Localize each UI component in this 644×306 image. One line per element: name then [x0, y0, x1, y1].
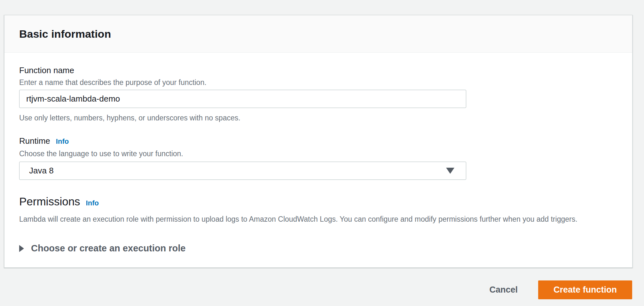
- card-body: Function name Enter a name that describe…: [4, 65, 632, 254]
- function-name-label: Function name: [19, 65, 617, 76]
- runtime-field: Runtime Info Choose the language to use …: [19, 135, 617, 180]
- function-name-label-text: Function name: [19, 65, 74, 76]
- permissions-title: Permissions: [19, 195, 80, 208]
- function-name-input[interactable]: [19, 90, 466, 108]
- basic-information-card: Basic information Function name Enter a …: [4, 15, 632, 268]
- footer-actions: Cancel Create function: [489, 280, 632, 299]
- runtime-info-link[interactable]: Info: [56, 136, 69, 147]
- caret-down-icon: [446, 168, 454, 174]
- create-function-page: Basic information Function name Enter a …: [0, 0, 644, 306]
- function-name-description: Enter a name that describes the purpose …: [19, 78, 617, 87]
- execution-role-expander-label: Choose or create an execution role: [31, 243, 185, 254]
- runtime-select-value: Java 8: [29, 166, 54, 176]
- card-title: Basic information: [19, 28, 111, 40]
- runtime-label-row: Runtime Info: [19, 135, 617, 147]
- runtime-label-text: Runtime: [19, 135, 50, 146]
- execution-role-expander[interactable]: Choose or create an execution role: [19, 243, 617, 254]
- permissions-info-link[interactable]: Info: [86, 199, 99, 207]
- card-header: Basic information: [4, 15, 632, 53]
- caret-right-icon: [19, 245, 24, 252]
- permissions-title-row: Permissions Info: [19, 195, 617, 208]
- function-name-hint: Use only letters, numbers, hyphens, or u…: [19, 113, 617, 123]
- create-function-button[interactable]: Create function: [538, 280, 632, 299]
- runtime-select[interactable]: Java 8: [19, 162, 466, 180]
- runtime-description: Choose the language to use to write your…: [19, 149, 617, 158]
- permissions-description: Lambda will create an execution role wit…: [19, 214, 617, 224]
- cancel-button[interactable]: Cancel: [489, 285, 518, 295]
